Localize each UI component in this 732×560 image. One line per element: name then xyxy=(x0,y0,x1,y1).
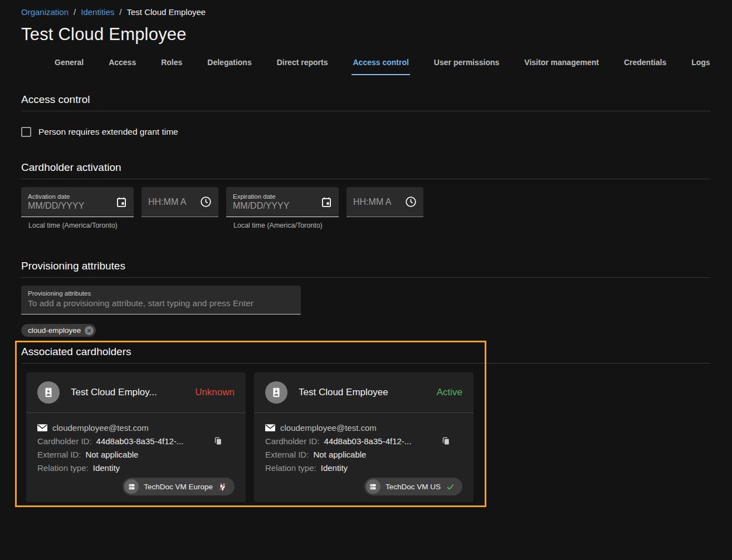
associated-cardholders-section: Associated cardholders Test Cloud Employ… xyxy=(21,346,711,502)
expiration-local-time-note: Local time (America/Toronto) xyxy=(233,222,339,229)
site-name: TechDoc VM Europe xyxy=(144,483,213,491)
card-header: Test Cloud Employ... Unknown xyxy=(26,372,246,413)
tab-roles[interactable]: Roles xyxy=(160,55,183,75)
cardholder-email: cloudemployee@test.com xyxy=(52,423,149,433)
calendar-icon[interactable] xyxy=(116,197,127,208)
card-header: Test Cloud Employee Active xyxy=(254,372,474,413)
tab-general[interactable]: General xyxy=(53,55,85,75)
tag-remove-icon[interactable] xyxy=(85,326,94,335)
clock-icon[interactable] xyxy=(200,196,212,208)
cardholder-id-label: Cardholder ID: xyxy=(265,436,320,446)
breadcrumb-current: Test Cloud Employee xyxy=(126,7,206,17)
relation-type-label: Relation type: xyxy=(37,463,89,473)
cardholder-id-label: Cardholder ID: xyxy=(37,436,92,446)
cardholder-cards: Test Cloud Employ... Unknown cloudemploy… xyxy=(26,372,711,502)
breadcrumb-link-organization[interactable]: Organization xyxy=(21,7,69,17)
breadcrumb-separator: / xyxy=(119,7,121,17)
activation-date-placeholder: MM/DD/YYYY xyxy=(28,201,84,211)
section-heading-cardholder-activation: Cardholder activation xyxy=(21,161,711,179)
activation-date-label: Activation date xyxy=(28,193,84,200)
breadcrumb-link-identities[interactable]: Identities xyxy=(81,7,114,17)
tab-credentials[interactable]: Credentials xyxy=(623,55,667,75)
cardholder-email: cloudemployee@test.com xyxy=(280,423,377,433)
relation-type-value: Identity xyxy=(93,463,120,473)
tab-user-permissions[interactable]: User permissions xyxy=(433,55,501,75)
external-id-label: External ID: xyxy=(265,450,309,459)
email-icon xyxy=(37,424,47,431)
cardholder-id-value: 44d8ab03-8a35-4f12-... xyxy=(96,436,184,446)
expiration-date-field[interactable]: Expiration date MM/DD/YYYY xyxy=(226,187,339,217)
tab-logs[interactable]: Logs xyxy=(690,55,711,75)
cardholder-badge-avatar-icon xyxy=(37,381,60,404)
status-badge: Active xyxy=(437,387,462,398)
site-name: TechDoc VM US xyxy=(385,483,441,491)
server-icon xyxy=(124,479,139,494)
breadcrumb: Organization / Identities / Test Cloud E… xyxy=(21,7,711,17)
activation-date-column: Activation date MM/DD/YYYY Local time (A… xyxy=(21,187,134,229)
server-icon xyxy=(366,479,380,494)
tab-visitor-management[interactable]: Visitor management xyxy=(523,55,600,75)
calendar-icon[interactable] xyxy=(321,197,332,208)
connected-check-icon xyxy=(446,482,455,492)
expiration-time-column: HH:MM A xyxy=(347,187,423,229)
expiration-date-placeholder: MM/DD/YYYY xyxy=(233,201,289,211)
provisioning-tag-label: cloud-employee xyxy=(28,326,81,335)
tab-bar: General Access Roles Delegations Direct … xyxy=(53,55,711,75)
page-title: Test Cloud Employee xyxy=(21,24,711,45)
email-icon xyxy=(265,424,275,431)
tab-access[interactable]: Access xyxy=(108,55,137,75)
page-root: Organization / Identities / Test Cloud E… xyxy=(0,0,732,502)
extended-grant-time-checkbox[interactable] xyxy=(21,127,31,137)
expiration-date-column: Expiration date MM/DD/YYYY Local time (A… xyxy=(226,187,339,229)
tab-delegations[interactable]: Delegations xyxy=(206,55,252,75)
activation-time-column: HH:MM A xyxy=(141,187,218,229)
expiration-time-field[interactable]: HH:MM A xyxy=(347,187,423,217)
cardholder-id-value: 44d8ab03-8a35-4f12-... xyxy=(324,436,412,446)
provisioning-attributes-input[interactable]: Provisioning attributes To add a provisi… xyxy=(21,286,301,315)
site-badge-europe: TechDoc VM Europe xyxy=(123,478,235,495)
provisioning-input-placeholder: To add a provisioning attribute, start t… xyxy=(28,298,294,308)
expiration-time-placeholder: HH:MM A xyxy=(353,197,391,207)
breadcrumb-separator: / xyxy=(74,7,76,17)
disconnected-plug-icon xyxy=(218,482,227,492)
cardholder-name: Test Cloud Employ... xyxy=(71,387,189,398)
tab-direct-reports[interactable]: Direct reports xyxy=(276,55,329,75)
cardholder-name: Test Cloud Employee xyxy=(299,387,431,398)
activation-time-field[interactable]: HH:MM A xyxy=(141,187,218,217)
activation-local-time-note: Local time (America/Toronto) xyxy=(28,222,134,229)
cardholder-card-us: Test Cloud Employee Active cloudemployee… xyxy=(254,372,474,502)
status-badge: Unknown xyxy=(195,387,235,398)
relation-type-label: Relation type: xyxy=(265,463,316,473)
section-heading-provisioning-attributes: Provisioning attributes xyxy=(21,260,711,278)
copy-icon[interactable] xyxy=(441,436,451,446)
expiration-date-label: Expiration date xyxy=(233,193,289,200)
cardholder-card-europe: Test Cloud Employ... Unknown cloudemploy… xyxy=(26,372,246,502)
provisioning-tag-chip: cloud-employee xyxy=(21,324,96,337)
cardholder-badge-avatar-icon xyxy=(265,381,287,404)
extended-grant-time-row[interactable]: Person requires extended grant time xyxy=(21,127,711,137)
external-id-value: Not applicable xyxy=(313,450,366,459)
clock-icon[interactable] xyxy=(405,196,417,208)
external-id-label: External ID: xyxy=(37,450,81,459)
relation-type-value: Identity xyxy=(321,463,348,473)
copy-icon[interactable] xyxy=(213,436,223,446)
card-body: cloudemployee@test.com Cardholder ID: 44… xyxy=(26,413,246,502)
external-id-value: Not applicable xyxy=(85,450,138,459)
activation-time-placeholder: HH:MM A xyxy=(148,197,186,207)
card-body: cloudemployee@test.com Cardholder ID: 44… xyxy=(254,413,474,502)
site-badge-us: TechDoc VM US xyxy=(364,478,462,495)
extended-grant-time-label: Person requires extended grant time xyxy=(38,127,178,137)
section-heading-access-control: Access control xyxy=(21,94,711,111)
cardholder-activation-fields: Activation date MM/DD/YYYY Local time (A… xyxy=(21,187,711,229)
activation-date-field[interactable]: Activation date MM/DD/YYYY xyxy=(21,187,134,217)
tab-access-control[interactable]: Access control xyxy=(352,55,409,75)
section-heading-associated-cardholders: Associated cardholders xyxy=(21,346,711,363)
provisioning-input-label: Provisioning attributes xyxy=(28,290,294,297)
